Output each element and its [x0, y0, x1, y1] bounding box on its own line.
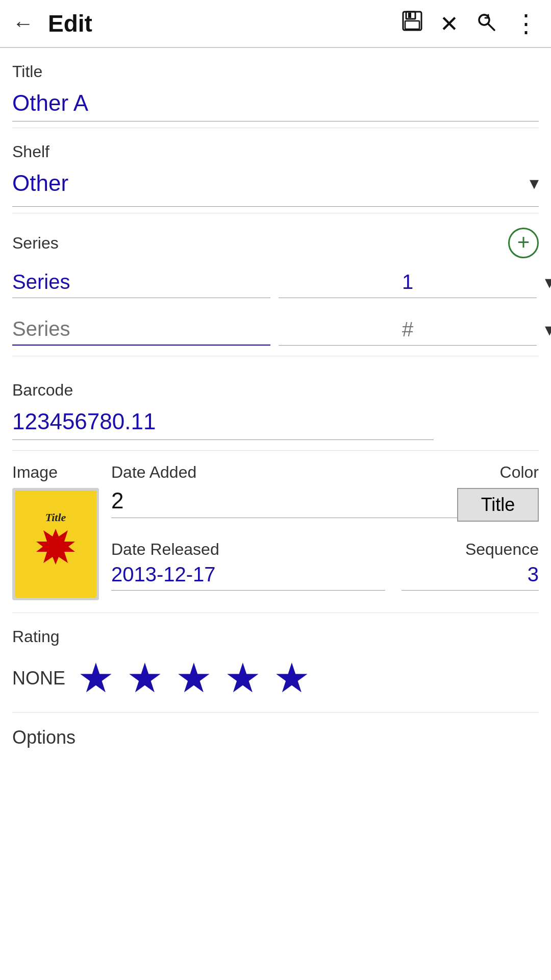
close-button[interactable]: ✕: [440, 11, 459, 37]
more-options-button[interactable]: ⋮: [514, 9, 539, 38]
sequence-block: Sequence 3: [402, 540, 539, 591]
shelf-section: Shelf Other ▾: [12, 128, 539, 213]
book-thumbnail[interactable]: Title: [12, 488, 99, 600]
svg-line-5: [488, 24, 494, 30]
sequence-value: 3: [402, 563, 539, 591]
shelf-chevron-icon: ▾: [530, 173, 539, 194]
series-header-row: Series +: [12, 213, 539, 266]
rating-section: Rating NONE ★ ★ ★ ★ ★: [12, 613, 539, 713]
header-actions: ✕ ⋮: [401, 9, 539, 38]
rating-label: Rating: [12, 627, 539, 646]
star-3[interactable]: ★: [176, 654, 212, 702]
barcode-input[interactable]: [12, 404, 434, 440]
save-button[interactable]: [401, 10, 423, 37]
series-number-input-2[interactable]: [279, 314, 537, 346]
idc-top-row: Image Title Date Added: [12, 463, 539, 600]
sequence-label: Sequence: [465, 540, 539, 559]
color-block: Color Title: [457, 463, 539, 522]
shelf-value: Other: [12, 165, 530, 201]
title-label: Title: [12, 62, 539, 81]
svg-rect-3: [408, 13, 411, 18]
shelf-dropdown-row[interactable]: Other ▾: [12, 165, 539, 207]
date-sequence-row: Date Released 2013-12-17 Sequence 3: [111, 540, 539, 591]
shelf-label: Shelf: [12, 142, 539, 161]
add-series-button[interactable]: +: [508, 228, 539, 258]
rating-row: NONE ★ ★ ★ ★ ★: [12, 654, 539, 702]
date-added-label: Date Added: [111, 463, 457, 482]
series-chevron-icon-2: ▾: [545, 319, 551, 340]
image-block: Image Title: [12, 463, 99, 600]
series-row-1: ▾ −: [12, 266, 539, 303]
star-5[interactable]: ★: [273, 654, 310, 702]
date-released-value: 2013-12-17: [111, 563, 385, 591]
series-name-input-1[interactable]: [12, 266, 270, 298]
date-color-labels-row: Date Added 2 Color Title: [111, 463, 539, 522]
star-1[interactable]: ★: [78, 654, 114, 702]
date-added-block: Date Added 2: [111, 463, 457, 518]
rating-none-label: NONE: [12, 668, 65, 689]
series-section: Series + ▾ − ▾ −: [12, 213, 539, 356]
color-label: Color: [500, 463, 539, 482]
title-input[interactable]: [12, 85, 539, 121]
barcode-label: Barcode: [12, 381, 539, 400]
color-button[interactable]: Title: [457, 488, 539, 522]
svg-rect-2: [405, 21, 419, 29]
date-released-block: Date Released 2013-12-17: [111, 540, 385, 591]
back-button[interactable]: ←: [12, 11, 34, 36]
options-section[interactable]: Options: [12, 713, 539, 763]
series-number-input-1[interactable]: [279, 266, 537, 298]
date-released-label: Date Released: [111, 540, 385, 559]
star-4[interactable]: ★: [224, 654, 261, 702]
image-label: Image: [12, 463, 58, 482]
refresh-search-button[interactable]: [475, 10, 497, 37]
form-body: Title Shelf Other ▾ Series + ▾ −: [0, 48, 551, 763]
series-chevron-icon-1: ▾: [545, 272, 551, 293]
series-label: Series: [12, 234, 508, 253]
barcode-section: Barcode: [12, 366, 539, 451]
options-label: Options: [12, 727, 539, 748]
app-header: ← Edit ✕ ⋮: [0, 0, 551, 48]
page-title: Edit: [48, 10, 401, 37]
date-added-value: 2: [111, 488, 457, 518]
date-color-block: Date Added 2 Color Title Date Released 2…: [111, 463, 539, 591]
title-section: Title: [12, 48, 539, 128]
image-date-color-section: Image Title Date Added: [12, 451, 539, 613]
svg-text:Title: Title: [45, 511, 66, 524]
star-2[interactable]: ★: [127, 654, 163, 702]
series-row-2: ▾ −: [12, 313, 539, 356]
series-name-input-2[interactable]: [12, 313, 270, 346]
